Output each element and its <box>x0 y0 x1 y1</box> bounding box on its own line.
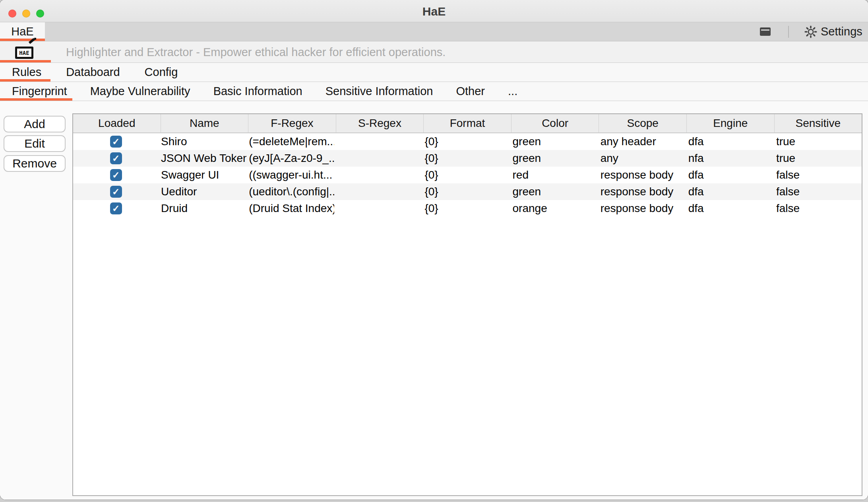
tab-hae[interactable]: HaE <box>0 22 45 41</box>
settings-label: Settings <box>821 25 862 38</box>
tab-more[interactable]: ... <box>508 85 517 98</box>
tab-rules[interactable]: Rules <box>12 66 41 79</box>
logo-text: HAE <box>19 50 29 56</box>
cell-color: orange <box>510 202 598 215</box>
extension-tab-strip: HaE Settings <box>0 22 868 41</box>
pencil-pixel <box>34 38 36 40</box>
remove-button[interactable]: Remove <box>4 155 66 172</box>
cell-engine: nfa <box>686 152 774 165</box>
titlebar: HaE <box>0 0 868 22</box>
cell-name: Druid <box>159 202 246 215</box>
tab-other[interactable]: Other <box>456 85 485 98</box>
main-tab-bar: Rules Databoard Config <box>0 63 868 82</box>
cell-scope: any header <box>598 135 686 148</box>
cell-color: green <box>510 135 598 148</box>
cell-f-regex: (Druid Stat Index) <box>246 202 334 215</box>
tab-databoard[interactable]: Databoard <box>66 66 120 79</box>
cell-engine: dfa <box>686 169 774 181</box>
loaded-checkbox[interactable]: ✓ <box>110 152 122 164</box>
cell-engine: dfa <box>686 185 774 198</box>
cell-name: Shiro <box>159 135 246 148</box>
table-body: ✓ Shiro (=deleteMe|rem... {0} green any … <box>73 133 862 217</box>
cell-color: red <box>510 169 598 181</box>
cell-f-regex: (eyJ[A-Za-z0-9_... <box>246 152 334 165</box>
column-header-scope[interactable]: Scope <box>599 114 687 132</box>
gear-icon <box>804 25 817 38</box>
cell-name: Swagger UI <box>159 169 246 181</box>
banner-indicator <box>0 60 51 62</box>
rules-panel: Add Edit Remove Loaded Name F-Regex S-Re… <box>0 101 868 500</box>
check-icon: ✓ <box>112 137 120 146</box>
check-icon: ✓ <box>112 154 120 163</box>
divider <box>788 26 789 38</box>
table-row[interactable]: ✓ Swagger UI ((swagger-ui.ht... {0} red … <box>73 167 862 183</box>
active-sub-tab-indicator <box>0 98 72 101</box>
column-header-engine[interactable]: Engine <box>687 114 775 132</box>
add-button[interactable]: Add <box>4 116 66 132</box>
cell-format: {0} <box>422 135 510 148</box>
window-layout-icon[interactable] <box>760 27 771 36</box>
cell-f-regex: (=deleteMe|rem... <box>246 135 334 148</box>
check-icon: ✓ <box>112 204 120 213</box>
table-row[interactable]: ✓ Shiro (=deleteMe|rem... {0} green any … <box>73 133 862 150</box>
cell-sensitive: true <box>774 135 862 148</box>
loaded-checkbox[interactable]: ✓ <box>110 186 122 198</box>
column-header-loaded[interactable]: Loaded <box>73 114 161 132</box>
cell-sensitive: false <box>774 202 862 215</box>
cell-scope: response body <box>598 202 686 215</box>
cell-engine: dfa <box>686 135 774 148</box>
check-icon: ✓ <box>112 171 120 180</box>
column-header-s-regex[interactable]: S-Regex <box>336 114 424 132</box>
tab-hae-label: HaE <box>11 25 33 38</box>
cell-color: green <box>510 152 598 165</box>
banner: HAE Highlighter and Extractor - Empower … <box>0 41 868 63</box>
cell-sensitive: false <box>774 185 862 198</box>
tab-basic-information[interactable]: Basic Information <box>213 85 302 98</box>
cell-format: {0} <box>422 169 510 181</box>
cell-engine: dfa <box>686 202 774 215</box>
active-main-tab-indicator <box>0 79 50 82</box>
cell-format: {0} <box>422 202 510 215</box>
tab-sensitive-information[interactable]: Sensitive Information <box>326 85 433 98</box>
cell-scope: any <box>598 152 686 165</box>
column-header-color[interactable]: Color <box>511 114 599 132</box>
active-tab-indicator <box>0 39 45 41</box>
column-header-f-regex[interactable]: F-Regex <box>248 114 336 132</box>
app-subtitle: Highlighter and Extractor - Empower ethi… <box>66 41 446 62</box>
check-icon: ✓ <box>112 187 120 197</box>
cell-sensitive: true <box>774 152 862 165</box>
tab-maybe-vulnerability[interactable]: Maybe Vulnerability <box>90 85 190 98</box>
loaded-checkbox[interactable]: ✓ <box>110 136 122 148</box>
settings-button[interactable]: Settings <box>804 22 862 41</box>
rule-category-tab-bar: Fingerprint Maybe Vulnerability Basic In… <box>0 82 868 101</box>
table-row[interactable]: ✓ Druid (Druid Stat Index) {0} orange re… <box>73 200 862 217</box>
cell-scope: response body <box>598 185 686 198</box>
column-header-format[interactable]: Format <box>424 114 511 132</box>
window-title: HaE <box>0 0 868 22</box>
column-header-name[interactable]: Name <box>161 114 249 132</box>
cell-scope: response body <box>598 169 686 181</box>
column-header-sensitive[interactable]: Sensitive <box>775 114 862 132</box>
cell-name: Ueditor <box>159 185 246 198</box>
cell-f-regex: ((swagger-ui.ht... <box>246 169 334 181</box>
tab-fingerprint[interactable]: Fingerprint <box>12 85 67 98</box>
tab-config[interactable]: Config <box>145 66 178 79</box>
loaded-checkbox[interactable]: ✓ <box>110 202 122 214</box>
loaded-checkbox[interactable]: ✓ <box>110 169 122 181</box>
table-row[interactable]: ✓ JSON Web Token (eyJ[A-Za-z0-9_... {0} … <box>73 150 862 167</box>
table-row[interactable]: ✓ Ueditor (ueditor\.(config|... {0} gree… <box>73 183 862 200</box>
cell-format: {0} <box>422 152 510 165</box>
pencil-pixel <box>30 41 32 42</box>
cell-name: JSON Web Token <box>159 152 246 165</box>
table-header-row: Loaded Name F-Regex S-Regex Format Color… <box>73 114 862 133</box>
rules-table: Loaded Name F-Regex S-Regex Format Color… <box>72 113 862 496</box>
edit-button[interactable]: Edit <box>4 135 66 152</box>
app-window: HaE HaE Settings <box>0 0 868 500</box>
cell-sensitive: false <box>774 169 862 181</box>
cell-f-regex: (ueditor\.(config|... <box>246 185 334 198</box>
cell-color: green <box>510 185 598 198</box>
hae-logo-icon: HAE <box>15 47 33 59</box>
cell-format: {0} <box>422 185 510 198</box>
